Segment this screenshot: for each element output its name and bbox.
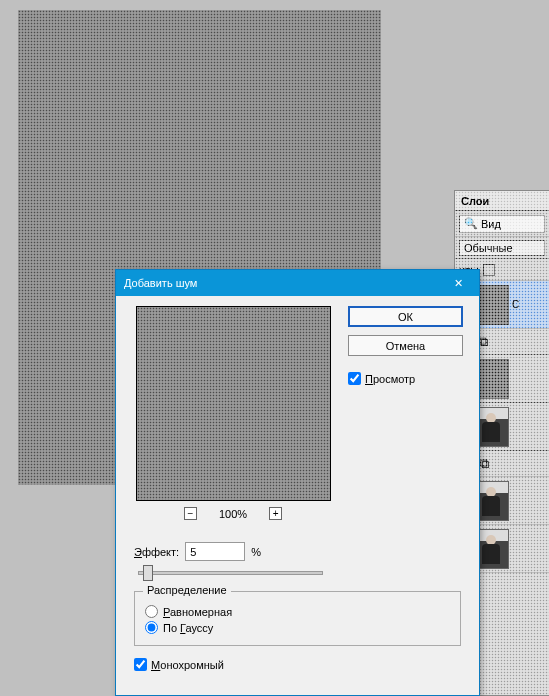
slider-thumb[interactable]: [143, 565, 153, 581]
monochrome-checkbox-row[interactable]: Монохромный: [116, 656, 479, 673]
zoom-controls: − 100% +: [128, 507, 338, 520]
preview-image[interactable]: [136, 306, 331, 501]
amount-unit: %: [251, 546, 261, 558]
add-noise-dialog: Добавить шум ✕ − 100% + ОК Отмена Просмо…: [115, 269, 480, 696]
zoom-in-button[interactable]: +: [269, 507, 282, 520]
amount-slider-row: [116, 571, 479, 585]
close-button[interactable]: ✕: [445, 270, 471, 296]
distribution-fieldset: Распределение Равномерная По Гауссу: [134, 591, 461, 646]
uniform-radio-label: Равномерная: [163, 606, 232, 618]
close-icon: ✕: [454, 277, 463, 290]
zoom-percent: 100%: [219, 508, 247, 520]
dialog-titlebar[interactable]: Добавить шум ✕: [116, 270, 479, 296]
preview-checkbox[interactable]: [348, 372, 361, 385]
amount-input[interactable]: [185, 542, 245, 561]
monochrome-checkbox[interactable]: [134, 658, 147, 671]
monochrome-checkbox-label: Монохромный: [151, 659, 224, 671]
gaussian-radio-label: По Гауссу: [163, 622, 213, 634]
preview-checkbox-row[interactable]: Просмотр: [348, 372, 467, 385]
gaussian-radio-row[interactable]: По Гауссу: [145, 621, 450, 634]
distribution-legend: Распределение: [143, 584, 231, 596]
gaussian-radio[interactable]: [145, 621, 158, 634]
zoom-out-button[interactable]: −: [184, 507, 197, 520]
uniform-radio-row[interactable]: Равномерная: [145, 605, 450, 618]
uniform-radio[interactable]: [145, 605, 158, 618]
ok-button[interactable]: ОК: [348, 306, 463, 327]
cancel-button[interactable]: Отмена: [348, 335, 463, 356]
amount-slider[interactable]: [138, 571, 323, 575]
dialog-title-text: Добавить шум: [124, 277, 445, 289]
preview-checkbox-label: Просмотр: [365, 373, 415, 385]
amount-label: Эффект:: [134, 546, 179, 558]
amount-row: Эффект: %: [116, 536, 479, 563]
